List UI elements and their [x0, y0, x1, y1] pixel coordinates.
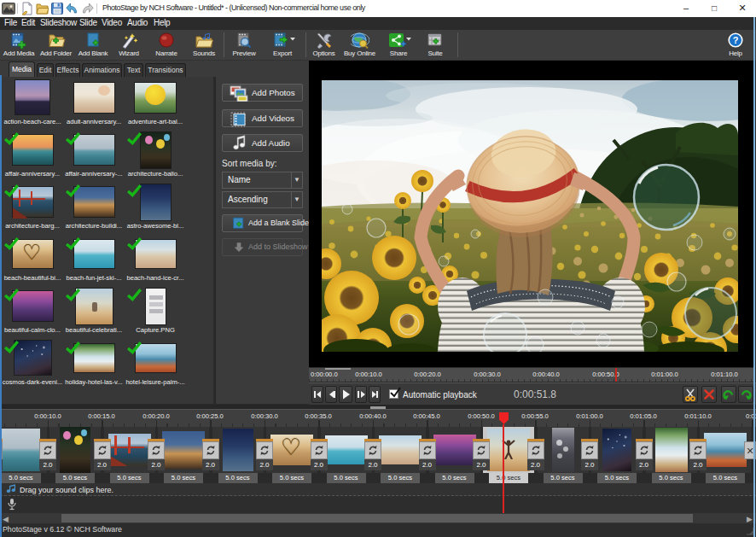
svg-text:?: ?: [733, 35, 739, 45]
